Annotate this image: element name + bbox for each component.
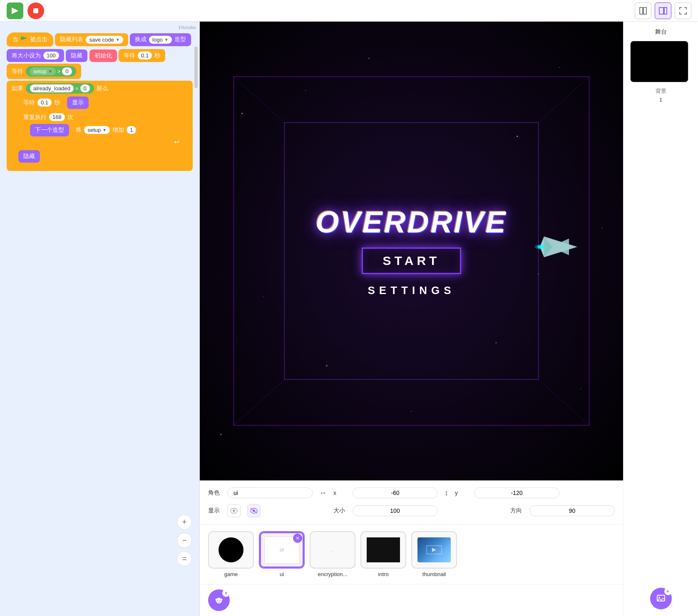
hide-list-block: 隐藏列表 save code ▼ [55,33,128,46]
x-input[interactable] [353,487,438,498]
hide-button[interactable] [247,504,261,517]
costume-suffix: 造型 [174,36,186,43]
sprites-grid: game ✕ UI ui [208,531,615,577]
stage-wrapper: OVERDRIVE START SETTINGS [200,22,698,616]
wait3-label: 等待 [23,99,35,106]
add-sprite-button[interactable]: + [208,589,230,611]
hide-list-label: 隐藏列表 [60,36,83,43]
thumbnail-icon [426,544,442,556]
dir-input[interactable] [529,505,615,516]
if-op: = [75,85,79,92]
game-sprite-img [219,537,243,562]
setup-var-dropdown[interactable]: setup ▼ [84,126,110,134]
zoom-controls: + − = [177,515,192,566]
stage-main: OVERDRIVE START SETTINGS [200,22,623,616]
bottom-add-row: + [200,584,623,616]
repeat-value: 168 [49,113,65,121]
if-block: 如果 already_loaded = 0 那么 等待 0.1 秒 [7,81,193,171]
right-section: OVERDRIVE START SETTINGS [200,22,698,616]
toolbar-right [635,2,691,19]
set-size-label: 将大小设为 [12,52,41,59]
svg-point-43 [217,600,218,601]
if-condition: already_loaded = 0 [26,83,94,94]
svg-point-44 [220,600,221,601]
set-size-block: 将大小设为 100 [7,49,64,62]
sprite-item-ui[interactable]: ✕ UI ui [259,531,305,577]
sprite-item-intro[interactable]: intro [360,531,406,577]
svg-point-40 [216,598,222,604]
chevron-down-icon2: ▼ [164,37,169,42]
zoom-in-icon: + [182,518,187,527]
svg-marker-39 [432,548,436,552]
block-area: 当 被点击 隐藏列表 save code ▼ 换成 logo ▼ 造型 [7,28,193,171]
sprite-label-game: game [224,571,238,577]
add-backdrop-button[interactable]: + [650,588,672,609]
scroll-handle[interactable] [194,47,198,88]
wait1-value: 0.1 [138,52,152,59]
arrow-y-icon: ↕ [445,489,448,497]
svg-line-26 [539,379,589,425]
svg-point-34 [233,510,235,512]
sprite-label-intro: intro [378,571,388,577]
sprite-item-encryption[interactable]: ... encryption... [310,531,355,577]
sprite-label: 角色 [208,489,221,497]
fullscreen-button[interactable] [675,2,691,19]
hat-block-label: 当 [12,36,18,43]
change-value: 1 [127,126,136,134]
stop-button[interactable] [27,2,44,19]
zoom-out-button[interactable]: − [177,533,192,548]
size-input[interactable] [353,505,438,516]
sprite-item-game[interactable]: game [208,531,254,577]
save-code-value: save code [89,37,114,43]
add-backdrop-plus: + [664,588,672,595]
layout2-button[interactable] [655,2,671,19]
wait2-block: 等待 setup ▼ > 0 [7,64,81,79]
if-value: 0 [80,84,90,92]
change-var-label: 将 [76,126,82,134]
logo-dropdown[interactable]: logo ▼ [149,36,171,44]
stage-thumbnail[interactable] [630,41,688,82]
svg-point-46 [658,596,660,598]
sprite-delete-btn[interactable]: ✕ [293,534,302,543]
thumbnail-sprite-img [417,537,451,562]
chevron-down-icon: ▼ [116,37,120,42]
wait2-value: 0 [62,67,72,75]
main-area: 1%/color 当 被点击 隐藏列表 save code ▼ 换成 lo [0,22,698,616]
setup-dropdown[interactable]: setup ▼ [30,67,56,75]
properties-panel: 角色 ↔ x ↕ y 显示 [200,480,623,524]
svg-rect-2 [640,7,643,14]
wait2-op: > [57,68,61,74]
sprite-thumb-thumbnail [411,531,457,569]
change-var-block: 将 setup ▼ 增加 1 [71,124,141,136]
save-code-dropdown[interactable]: save code ▼ [86,36,123,44]
show-button[interactable] [227,504,241,517]
toolbar-left [7,2,44,19]
zoom-in-button[interactable]: + [177,515,192,529]
zoom-reset-button[interactable]: = [177,551,192,566]
encryption-sprite-img: ... [316,537,349,562]
left-panel: 1%/color 当 被点击 隐藏列表 save code ▼ 换成 lo [0,22,200,616]
size-label: 大小 [333,507,346,515]
wait1-block: 等待 0.1 秒 [119,49,165,62]
change-op: 增加 [112,126,124,134]
svg-rect-5 [664,7,667,14]
y-input[interactable] [474,487,559,498]
ui-sprite-text: UI [280,548,284,552]
chevron-down-icon4: ▼ [102,128,107,132]
add-sprite-plus: + [222,589,230,597]
sprite-thumb-ui: ✕ UI [259,531,305,569]
svg-line-25 [233,379,284,425]
hat-block: 当 被点击 [7,32,53,47]
setup-var2: setup [87,127,101,133]
wait1-suffix: 秒 [154,52,160,59]
sprite-label-ui: ui [280,571,284,577]
start-box[interactable]: START [362,247,462,274]
sprite-label-thumbnail: thumbnail [422,571,446,577]
show-label: 显示 [208,507,221,515]
sprite-item-thumbnail[interactable]: thumbnail [411,531,457,577]
flag-button[interactable] [7,2,23,19]
sprite-name-input[interactable] [227,487,313,498]
layout1-button[interactable] [635,2,651,19]
sprite-label-encryption: encryption... [318,571,348,577]
wait3-suffix: 秒 [54,99,60,106]
